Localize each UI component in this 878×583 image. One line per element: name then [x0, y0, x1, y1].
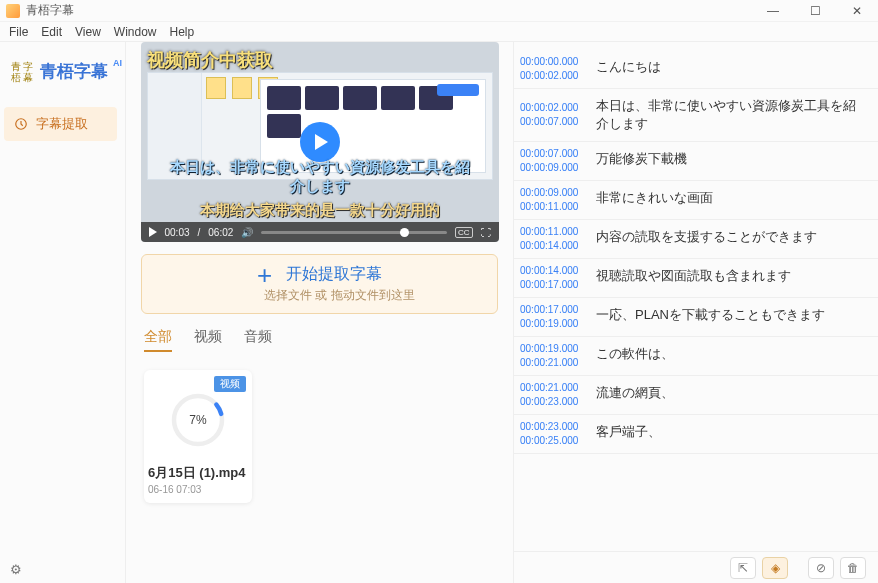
volume-icon[interactable]: 🔊 [241, 227, 253, 238]
video-controls: 00:03 / 06:02 🔊 CC ⛶ [141, 222, 499, 242]
video-player[interactable]: 视频简介中获取 本日は、非常に使いやすい資源修发工具を紹 介します [141, 42, 499, 242]
subtitle-panel: 00:00:00.00000:00:02.000こんにちは00:00:02.00… [514, 42, 878, 583]
subtitle-text[interactable]: 万能修炭下載機 [586, 142, 878, 180]
subtitle-text[interactable]: 一応、PLANを下載することもできます [586, 298, 878, 336]
subtitle-row[interactable]: 00:00:19.00000:00:21.000この軟件は、 [514, 337, 878, 376]
subtitle-text[interactable]: 流連の網頁、 [586, 376, 878, 414]
extract-subtitle: 选择文件 或 拖动文件到这里 [264, 287, 415, 304]
extract-dropzone[interactable]: + 开始提取字幕 选择文件 或 拖动文件到这里 [141, 254, 498, 314]
export-button[interactable]: ⇱ [730, 557, 756, 579]
subtitle-text[interactable]: 視聴読取や図面読取も含まれます [586, 259, 878, 297]
subtitle-timestamp: 00:00:11.00000:00:14.000 [514, 220, 586, 258]
menu-view[interactable]: View [70, 25, 106, 39]
subtitle-row[interactable]: 00:00:09.00000:00:11.000非常にきれいな画面 [514, 181, 878, 220]
extract-icon [14, 117, 28, 131]
video-current-time: 00:03 [165, 227, 190, 238]
subtitle-timestamp: 00:00:14.00000:00:17.000 [514, 259, 586, 297]
seek-bar[interactable] [261, 231, 447, 234]
subtitle-timestamp: 00:00:07.00000:00:09.000 [514, 142, 586, 180]
subtitle-list[interactable]: 00:00:00.00000:00:02.000こんにちは00:00:02.00… [514, 42, 878, 551]
subtitle-timestamp: 00:00:00.00000:00:02.000 [514, 50, 586, 88]
settings-button[interactable]: ⚙ [10, 562, 22, 577]
plus-icon: + [257, 265, 272, 285]
subtitle-text[interactable]: 内容の読取を支援することができます [586, 220, 878, 258]
progress-percent: 7% [168, 390, 228, 450]
subtitle-timestamp: 00:00:09.00000:00:11.000 [514, 181, 586, 219]
subtitle-timestamp: 00:00:19.00000:00:21.000 [514, 337, 586, 375]
delete-button[interactable]: 🗑 [840, 557, 866, 579]
logo-text: 青梧字幕 AI [40, 60, 108, 83]
subtitle-row[interactable]: 00:00:21.00000:00:23.000流連の網頁、 [514, 376, 878, 415]
media-tabs: 全部 视频 音频 [126, 328, 513, 358]
subtitle-row[interactable]: 00:00:17.00000:00:19.000一応、PLANを下載することもで… [514, 298, 878, 337]
subtitle-row[interactable]: 00:00:23.00000:00:25.000客戶端子、 [514, 415, 878, 454]
menu-window[interactable]: Window [109, 25, 162, 39]
extract-title: 开始提取字幕 [286, 264, 382, 285]
menubar: File Edit View Window Help [0, 22, 878, 42]
subtitle-text[interactable]: 非常にきれいな画面 [586, 181, 878, 219]
logo-stamp: 青 字 梧 幕 [10, 61, 34, 83]
subtitle-row[interactable]: 00:00:00.00000:00:02.000こんにちは [514, 50, 878, 89]
cc-button[interactable]: CC [455, 227, 473, 238]
subtitle-row[interactable]: 00:00:02.00000:00:07.000本日は、非常に使いやすい資源修炭… [514, 89, 878, 142]
media-card[interactable]: 视频 7% 6月15日 (1).mp4 06-16 07:03 [144, 370, 252, 503]
subtitle-row[interactable]: 00:00:11.00000:00:14.000内容の読取を支援することができま… [514, 220, 878, 259]
progress-ring: 7% [168, 390, 228, 450]
tab-video[interactable]: 视频 [194, 328, 222, 352]
gear-icon: ⚙ [10, 562, 22, 577]
subtitle-timestamp: 00:00:17.00000:00:19.000 [514, 298, 586, 336]
disable-button[interactable]: ⊘ [808, 557, 834, 579]
subtitle-text[interactable]: この軟件は、 [586, 337, 878, 375]
video-duration: 06:02 [208, 227, 233, 238]
subtitle-toolbar: ⇱ ◈ ⊘ 🗑 [514, 551, 878, 583]
media-filename: 6月15日 (1).mp4 [148, 464, 244, 482]
play-icon[interactable] [149, 227, 157, 237]
center-column: 视频简介中获取 本日は、非常に使いやすい資源修发工具を紹 介します [126, 42, 514, 583]
fullscreen-icon[interactable]: ⛶ [481, 227, 491, 238]
media-date: 06-16 07:03 [148, 484, 244, 495]
subtitle-text[interactable]: 本日は、非常に使いやすい資源修炭工具を紹介します [586, 89, 878, 141]
subtitle-row[interactable]: 00:00:07.00000:00:09.000万能修炭下載機 [514, 142, 878, 181]
tab-all[interactable]: 全部 [144, 328, 172, 352]
subtitle-timestamp: 00:00:02.00000:00:07.000 [514, 89, 586, 141]
subtitle-text[interactable]: こんにちは [586, 50, 878, 88]
subtitle-row[interactable]: 00:00:14.00000:00:17.000視聴読取や図面読取も含まれます [514, 259, 878, 298]
app-title: 青梧字幕 [26, 2, 74, 19]
sync-button[interactable]: ◈ [762, 557, 788, 579]
maximize-button[interactable]: ☐ [794, 0, 836, 22]
logo: 青 字 梧 幕 青梧字幕 AI [4, 60, 125, 83]
video-subtitle-cn: 本期给大家带来的是一款十分好用的 [141, 201, 499, 220]
sidebar: 青 字 梧 幕 青梧字幕 AI 字幕提取 ⚙ [0, 42, 126, 583]
subtitle-timestamp: 00:00:23.00000:00:25.000 [514, 415, 586, 453]
tab-audio[interactable]: 音频 [244, 328, 272, 352]
sidebar-item-label: 字幕提取 [36, 115, 88, 133]
menu-edit[interactable]: Edit [36, 25, 67, 39]
titlebar: 青梧字幕 — ☐ ✕ [0, 0, 878, 22]
video-subtitle-jp: 本日は、非常に使いやすい資源修发工具を紹 介します [141, 158, 499, 196]
subtitle-timestamp: 00:00:21.00000:00:23.000 [514, 376, 586, 414]
menu-file[interactable]: File [4, 25, 33, 39]
close-button[interactable]: ✕ [836, 0, 878, 22]
sidebar-item-extract[interactable]: 字幕提取 [4, 107, 117, 141]
minimize-button[interactable]: — [752, 0, 794, 22]
menu-help[interactable]: Help [165, 25, 200, 39]
app-icon [6, 4, 20, 18]
play-button[interactable] [300, 122, 340, 162]
subtitle-text[interactable]: 客戶端子、 [586, 415, 878, 453]
video-overlay-title: 视频简介中获取 [147, 48, 273, 72]
